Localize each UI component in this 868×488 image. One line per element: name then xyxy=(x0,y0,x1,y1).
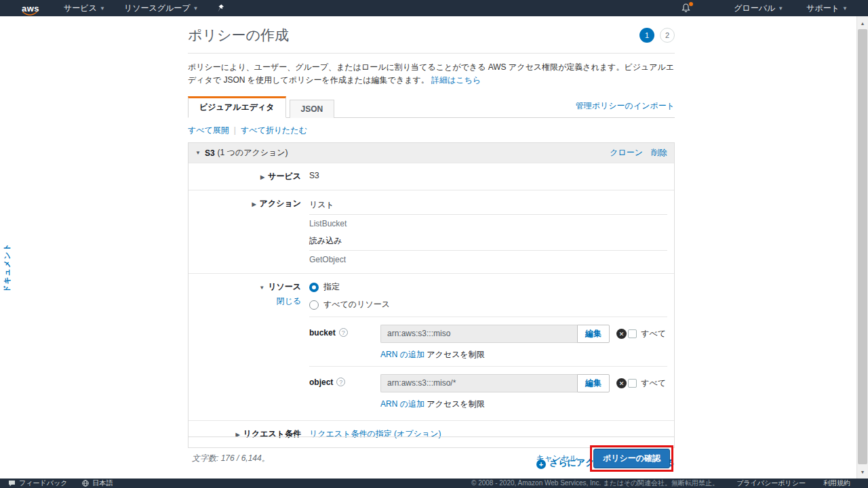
action-row: ▶アクション リスト ListBucket 読み込み GetObject xyxy=(189,190,674,273)
caret-down-icon: ▼ xyxy=(259,285,264,291)
bottom-bar: フィードバック 日本語 © 2008 - 2020, Amazon Web Se… xyxy=(0,479,868,488)
bucket-restrict-text: アクセスを制限 xyxy=(427,350,484,359)
chevron-down-icon: ▼ xyxy=(778,5,783,12)
object-resource-line: object ? arn:aws:s3:::miso/* 編集 ✕ xyxy=(309,366,667,413)
action-group-read: 読み込み xyxy=(309,234,667,251)
tab-visual-editor[interactable]: ビジュアルエディタ xyxy=(188,96,286,118)
aws-smile-icon xyxy=(22,12,37,16)
scroll-down-arrow[interactable]: ▼ xyxy=(857,466,868,477)
page-title: ポリシーの作成 xyxy=(188,26,289,45)
cancel-link[interactable]: キャンセル xyxy=(536,453,577,464)
collapse-all-link[interactable]: すべて折りたたむ xyxy=(241,125,307,135)
help-icon[interactable]: ? xyxy=(339,328,348,337)
wizard-step-2: 2 xyxy=(660,28,675,43)
object-remove-icon[interactable]: ✕ xyxy=(616,378,627,388)
action-getobject: GetObject xyxy=(309,251,667,266)
panel-service-name: S3 xyxy=(205,148,215,158)
language-selector[interactable]: 日本語 xyxy=(82,479,113,488)
review-policy-button[interactable]: ポリシーの確認 xyxy=(593,449,670,468)
chevron-down-icon: ▼ xyxy=(100,5,105,12)
bucket-label: bucket xyxy=(309,328,336,361)
title-divider xyxy=(188,53,675,54)
bucket-resource-line: bucket ? arn:aws:s3:::miso 編集 ✕ xyxy=(309,317,667,363)
panel-header[interactable]: ▼ S3 (1 つのアクション) クローン 削除 xyxy=(189,143,674,163)
learn-more-link[interactable]: 詳細はこちら xyxy=(431,75,481,85)
action-listbucket: ListBucket xyxy=(309,215,667,230)
caret-right-icon: ▶ xyxy=(260,174,264,180)
nav-region-menu[interactable]: グローバル ▼ xyxy=(734,3,783,14)
main-content: ポリシーの作成 1 2 ポリシーにより、ユーザー、グループ、またはロールに割り当… xyxy=(188,16,675,469)
object-add-arn-link[interactable]: ARN の追加 xyxy=(380,399,425,409)
radio-specific-option[interactable]: 指定 xyxy=(309,281,667,293)
expand-all-link[interactable]: すべて展開 xyxy=(188,125,229,135)
nav-services-menu[interactable]: サービス ▼ xyxy=(64,3,105,14)
documentation-side-tab[interactable]: ドキュメント xyxy=(2,230,16,305)
character-count: 文字数: 176 / 6,144。 xyxy=(192,453,270,464)
help-icon[interactable]: ? xyxy=(336,378,345,386)
nav-resource-groups-menu[interactable]: リソースグループ ▼ xyxy=(124,3,199,14)
checkbox-icon[interactable] xyxy=(628,379,637,388)
terms-of-use-link[interactable]: 利用規約 xyxy=(823,479,850,488)
privacy-policy-link[interactable]: プライバシーポリシー xyxy=(736,479,806,488)
bucket-arn-field[interactable]: arn:aws:s3:::miso xyxy=(380,325,577,343)
s3-permission-panel: ▼ S3 (1 つのアクション) クローン 削除 ▶サービス S3 ▶アクション… xyxy=(188,142,675,448)
pinned-shortcuts-icon[interactable] xyxy=(217,4,224,12)
delete-link[interactable]: 削除 xyxy=(651,147,667,159)
wizard-step-1: 1 xyxy=(639,28,654,43)
radio-unselected-icon xyxy=(309,300,319,310)
service-row: ▶サービス S3 xyxy=(189,163,674,190)
feedback-button[interactable]: フィードバック xyxy=(8,479,67,488)
editor-tabbar: ビジュアルエディタ JSON 管理ポリシーのインポート xyxy=(188,96,675,118)
wizard-footer: 文字数: 176 / 6,144。 キャンセル ポリシーの確認 xyxy=(188,436,675,472)
notification-dot xyxy=(689,2,693,6)
tab-json[interactable]: JSON xyxy=(290,100,335,118)
pushpin-icon xyxy=(217,4,224,12)
close-resources-link[interactable]: 閉じる xyxy=(189,296,301,307)
copyright-text: © 2008 - 2020, Amazon Web Services, Inc.… xyxy=(471,479,719,488)
bucket-remove-icon[interactable]: ✕ xyxy=(616,329,627,339)
action-group-list: リスト xyxy=(309,198,667,215)
import-managed-policy-link[interactable]: 管理ポリシーのインポート xyxy=(576,100,675,117)
action-row-label[interactable]: ▶アクション xyxy=(189,198,309,266)
service-row-label[interactable]: ▶サービス xyxy=(189,171,309,182)
scrollbar-thumb[interactable] xyxy=(858,29,867,464)
caret-down-icon: ▼ xyxy=(195,150,201,156)
object-arn-field[interactable]: arn:aws:s3:::miso/* xyxy=(380,374,577,392)
object-restrict-text: アクセスを制限 xyxy=(427,399,484,409)
expand-collapse-toolbar: すべて展開|すべて折りたたむ xyxy=(188,125,675,136)
scroll-up-arrow[interactable]: ▲ xyxy=(857,18,868,28)
panel-action-count: (1 つのアクション) xyxy=(218,147,288,159)
checkbox-icon[interactable] xyxy=(628,329,637,338)
nav-support-menu[interactable]: サポート ▼ xyxy=(806,3,848,14)
separator: | xyxy=(229,125,241,135)
bucket-edit-button[interactable]: 編集 xyxy=(577,325,610,343)
speech-bubble-icon xyxy=(8,480,16,487)
bucket-any-checkbox-group[interactable]: すべて xyxy=(628,328,666,340)
chevron-down-icon: ▼ xyxy=(193,5,199,12)
bucket-add-arn-link[interactable]: ARN の追加 xyxy=(380,350,425,359)
wizard-steps: 1 2 xyxy=(639,28,675,43)
vertical-scrollbar[interactable]: ▲ ▼ xyxy=(856,16,868,479)
chevron-down-icon: ▼ xyxy=(842,5,848,12)
caret-right-icon: ▶ xyxy=(252,201,256,207)
aws-logo[interactable]: aws xyxy=(22,4,39,13)
service-value: S3 xyxy=(309,171,667,182)
top-nav-bar: aws サービス ▼ リソースグループ ▼ グローバル ▼ サポート ▼ xyxy=(0,0,868,16)
page-description: ポリシーにより、ユーザー、グループ、またはロールに割り当てることができる AWS… xyxy=(188,61,675,86)
object-any-checkbox-group[interactable]: すべて xyxy=(628,378,666,389)
highlight-annotation: ポリシーの確認 xyxy=(590,445,673,472)
radio-selected-icon xyxy=(309,283,319,292)
clone-link[interactable]: クローン xyxy=(610,147,643,159)
resource-row: ▼リソース 閉じる 指定 すべてのリソース bucket ? xyxy=(189,273,674,420)
object-edit-button[interactable]: 編集 xyxy=(577,374,610,392)
notifications-button[interactable] xyxy=(682,3,690,13)
object-label: object xyxy=(309,378,333,410)
radio-all-resources-option[interactable]: すべてのリソース xyxy=(309,299,667,310)
globe-icon xyxy=(82,480,89,487)
resource-row-label[interactable]: ▼リソース 閉じる xyxy=(189,281,309,413)
